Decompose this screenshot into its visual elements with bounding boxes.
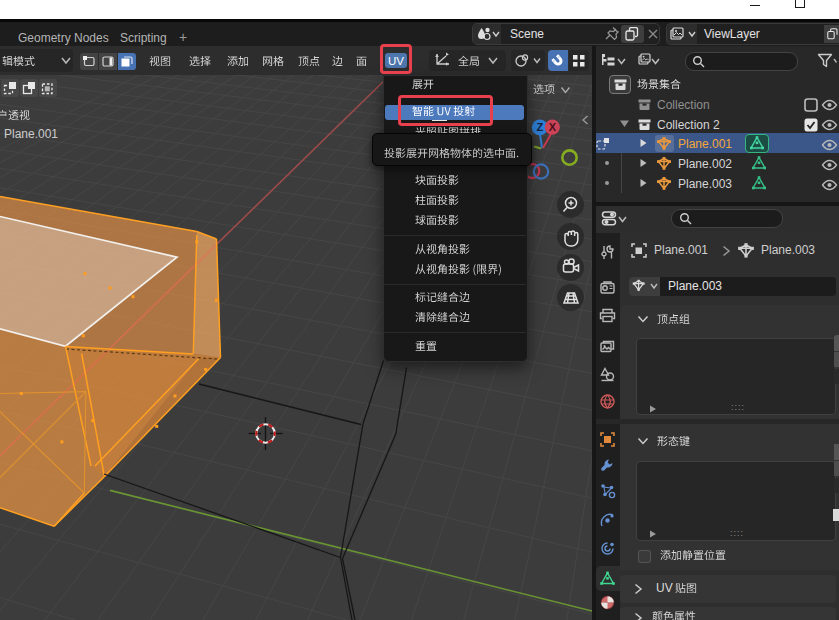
svg-text:Z: Z — [536, 121, 543, 133]
svg-text:X: X — [549, 121, 557, 133]
